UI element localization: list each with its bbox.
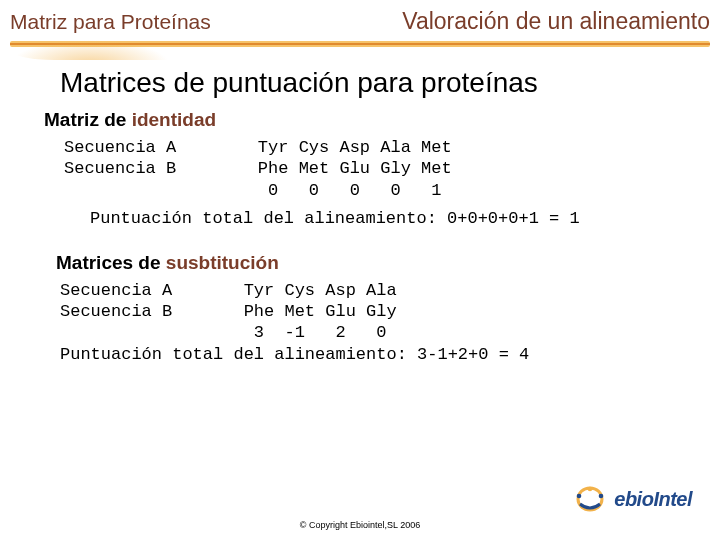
substitution-seqB-label: Secuencia B [60, 302, 172, 321]
copyright: © Copyright Ebiointel,SL 2006 [0, 520, 720, 530]
logo: ebioIntel [576, 484, 692, 514]
identity-seqB-label: Secuencia B [64, 159, 176, 178]
header-bar: Matriz para Proteínas Valoración de un a… [0, 0, 720, 47]
substitution-seqB: Phe Met Glu Gly [244, 302, 397, 321]
svg-point-2 [599, 494, 604, 499]
substitution-alignment: Secuencia A Tyr Cys Asp Ala Secuencia B … [60, 280, 720, 365]
logo-mark-icon [576, 484, 610, 514]
identity-seqB: Phe Met Glu Gly Met [258, 159, 452, 178]
logo-text: ebioIntel [614, 488, 692, 511]
header-left: Matriz para Proteínas [10, 10, 211, 34]
substitution-scores: 3 -1 2 0 [244, 323, 387, 342]
identity-heading-prefix: Matriz de [44, 109, 132, 130]
header-rule [10, 41, 710, 47]
identity-heading: Matriz de identidad [44, 109, 720, 131]
svg-point-1 [588, 487, 593, 492]
identity-alignment: Secuencia A Tyr Cys Asp Ala Met Secuenci… [64, 137, 720, 201]
substitution-total: Puntuación total del alineamiento: 3-1+2… [60, 345, 529, 364]
slide-title: Matrices de puntuación para proteínas [60, 67, 720, 99]
identity-total: Puntuación total del alineamiento: 0+0+0… [90, 209, 720, 228]
substitution-heading: Matrices de susbtitución [56, 252, 720, 274]
identity-heading-accent: identidad [132, 109, 216, 130]
header-right: Valoración de un alineamiento [402, 8, 710, 35]
identity-scores: 0 0 0 0 1 [258, 181, 442, 200]
substitution-heading-accent: susbtitución [166, 252, 279, 273]
identity-seqA-label: Secuencia A [64, 138, 176, 157]
substitution-heading-prefix: Matrices de [56, 252, 166, 273]
svg-point-3 [577, 494, 582, 499]
identity-seqA: Tyr Cys Asp Ala Met [258, 138, 452, 157]
substitution-seqA-label: Secuencia A [60, 281, 172, 300]
substitution-seqA: Tyr Cys Asp Ala [244, 281, 397, 300]
